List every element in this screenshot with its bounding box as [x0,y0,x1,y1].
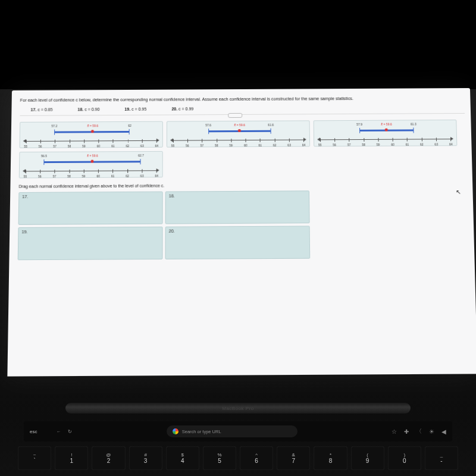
sample-mean-marker [91,130,94,133]
drop-zone-17[interactable]: 17. [18,192,163,225]
axis-tick-label: 61 [406,143,409,146]
interval-high-label: 61.6 [268,123,274,127]
sample-mean-marker [385,129,388,131]
axis-tick-label: 62 [126,144,130,148]
axis-tick-label: 63 [434,142,438,146]
star-icon[interactable]: ☆ [392,428,397,435]
axis-tick-label: 61 [111,174,115,178]
interval-low-label: 56.5 [41,154,47,158]
level-17: 17. c = 0.85 [30,108,52,112]
axis-tick-label: 64 [449,142,453,146]
drop-zone-grid: 17. 18. 19. 20. [18,190,469,260]
axis-tick-label: 59 [82,174,86,178]
axis-tick-label: 58 [215,143,218,147]
drop-zone-18[interactable]: 18. [165,190,310,224]
interval-card[interactable]: 5556575859606162636457.2x̄ = 59.662 [20,121,163,148]
axis-tick-label: 60 [96,174,100,178]
keyboard-key: (9 [351,446,384,470]
axis-tick-label: 58 [67,174,71,178]
axis-tick-label: 63 [140,144,144,148]
section-divider [20,113,465,116]
back-icon[interactable]: ← [56,429,61,434]
keyboard-key: !1 [55,446,88,470]
keyboard-key: _- [425,446,458,470]
axis-tick-label: 59 [82,144,86,148]
axis-tick-label: 58 [362,143,365,146]
level-19: 19. c = 0.95 [124,107,146,111]
drop-zone-20[interactable]: 20. [165,226,311,259]
photo-frame: For each level of confidence c below, de… [0,0,476,476]
level-20: 20. c = 0.99 [171,107,193,111]
axis-tick-label: 55 [24,174,27,178]
axis-tick-label: 56 [333,143,336,146]
laptop-model-label: MacBook Pro [222,406,254,411]
axis-tick-label: 57 [53,174,57,178]
chevron-left-icon[interactable]: 〈 [416,427,422,436]
axis-tick-label: 55 [171,144,175,148]
axis-tick-label: 55 [318,143,322,146]
axis-tick-label: 57 [53,145,57,148]
confidence-levels-row: 17. c = 0.85 18. c = 0.90 19. c = 0.95 2… [30,105,464,112]
interval-card[interactable]: 5556575859606162636456.5x̄ = 59.662.7 [19,151,163,178]
axis-tick-label: 56 [38,174,42,178]
axis-tick-label: 62 [420,142,424,146]
axis-tick-label: 60 [391,143,394,146]
axis-tick-label: 62 [273,143,277,147]
axis-tick-label: 57 [347,143,351,146]
keyboard-key: )0 [388,446,421,470]
keyboard-number-row: ~`!1@2#3$4%5^6&7*8(9)0_- [18,446,458,472]
axis-tick-label: 64 [302,143,306,147]
keyboard-key: $4 [166,446,199,470]
keyboard-key: @2 [92,446,125,470]
axis-tick-label: 59 [229,143,233,147]
axis-tick-label: 60 [97,144,101,148]
axis-tick-label: 62 [126,174,129,178]
mute-icon[interactable]: ◀ [441,428,446,435]
keyboard-key: &7 [277,446,310,470]
interval-cards-row-1: 5556575859606162636457.2x̄ = 59.662 5556… [20,120,466,148]
touch-bar: esc ← ↻ Search or type URL ☆ ✚ 〈 ☀ ◀ [24,421,452,441]
drop-zone-19[interactable]: 19. [18,227,163,261]
interval-high-label: 62.7 [138,154,144,157]
sample-mean-marker [91,160,94,163]
axis-tick-label: 63 [287,143,291,147]
new-tab-icon[interactable]: ✚ [404,428,409,435]
search-placeholder: Search or type URL [182,429,221,434]
axis-tick-label: 60 [244,143,248,147]
interval-low-label: 57.2 [51,124,57,128]
google-logo-icon [173,428,178,434]
interval-mean-label: x̄ = 59.6 [381,123,392,126]
axis-tick-label: 56 [186,144,189,148]
keyboard-key: #3 [129,446,162,470]
axis-tick-label: 64 [155,174,158,177]
worksheet-panel: For each level of confidence c below, de… [7,88,476,377]
interval-mean-label: x̄ = 59.6 [87,124,99,127]
interval-low-label: 57.9 [356,123,362,126]
brightness-icon[interactable]: ☀ [429,428,434,435]
axis-tick-label: 57 [201,143,204,147]
axis-tick-label: 63 [140,174,144,177]
axis-tick-label: 61 [111,144,115,148]
interval-mean-label: x̄ = 59.6 [234,123,245,127]
drag-instruction: Drag each normal confidence interval giv… [18,182,466,189]
interval-high-label: 61.3 [411,122,416,126]
question-instruction: For each level of confidence c below, de… [20,95,465,103]
axis-tick-label: 61 [258,143,262,147]
axis-tick-label: 56 [39,145,42,148]
interval-card[interactable]: 5556575859606162636457.6x̄ = 59.661.6 [167,120,310,147]
interval-card[interactable]: 5556575859606162636457.9x̄ = 59.661.3 [314,120,458,146]
touchbar-search[interactable]: Search or type URL [167,425,298,437]
keyboard-key: ^6 [240,446,273,470]
interval-cards-row-2: 5556575859606162636456.5x̄ = 59.662.7 [19,149,466,178]
interval-low-label: 57.6 [205,123,211,127]
interval-mean-label: x̄ = 59.6 [87,154,98,157]
keyboard-key: %5 [203,446,236,470]
mouse-cursor-icon: ↖ [456,189,459,194]
sample-mean-marker [238,129,241,132]
axis-tick-label: 58 [68,145,71,148]
reload-icon[interactable]: ↻ [68,429,72,434]
touchbar-esc[interactable]: esc [30,429,37,434]
axis-tick-label: 55 [24,145,27,148]
level-18: 18. c = 0.90 [77,107,99,111]
axis-tick-label: 59 [377,143,380,146]
